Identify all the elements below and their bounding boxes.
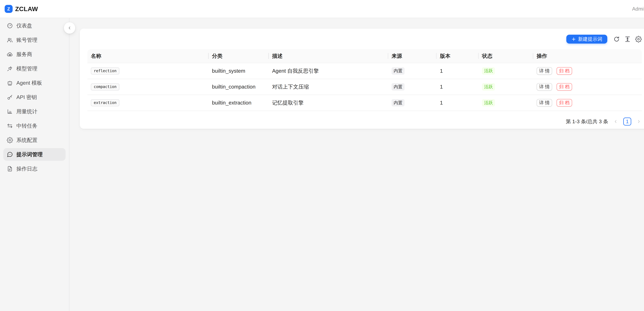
- detail-button[interactable]: 详 情: [536, 83, 552, 91]
- column-height-icon[interactable]: [624, 36, 631, 43]
- column-header-category: 分类: [209, 49, 269, 63]
- source-badge: 内置: [392, 67, 404, 75]
- pagination-next-button[interactable]: [636, 119, 642, 125]
- toolbar: 新建提示词: [88, 35, 642, 44]
- swap-icon: [7, 123, 13, 129]
- prompt-category: builtin_extraction: [212, 100, 252, 106]
- sidebar-item[interactable]: Agent 模板: [3, 77, 66, 89]
- prompt-version: 1: [440, 84, 443, 90]
- sidebar-item-label: 仪表盘: [16, 22, 32, 29]
- pagination-total: 第 1-3 条/总共 3 条: [566, 118, 608, 125]
- table-header-row: 名称 分类 描述 来源 版本 状态 操作: [88, 49, 642, 63]
- sidebar-item[interactable]: 系统配置: [3, 134, 66, 146]
- sidebar-item[interactable]: 操作日志: [3, 162, 66, 175]
- status-badge: 活跃: [482, 83, 495, 91]
- prompt-category: builtin_compaction: [212, 84, 256, 90]
- sidebar-item[interactable]: 仪表盘: [3, 19, 66, 32]
- sidebar-item[interactable]: 中转任务: [3, 120, 66, 132]
- column-header-source: 来源: [388, 49, 437, 63]
- sidebar-item-label: 模型管理: [16, 65, 37, 72]
- team-icon: [7, 37, 13, 43]
- sidebar-item[interactable]: 模型管理: [3, 62, 66, 75]
- prompt-category: builtin_system: [212, 68, 245, 74]
- sidebar-item[interactable]: 账号管理: [3, 34, 66, 46]
- prompt-version: 1: [440, 68, 443, 74]
- sidebar-item[interactable]: 用量统计: [3, 105, 66, 118]
- sidebar-item-label: 系统配置: [16, 137, 37, 144]
- dashboard-icon: [7, 23, 13, 29]
- column-header-description: 描述: [269, 49, 388, 63]
- reload-icon[interactable]: [613, 36, 620, 43]
- brand-logo: Z: [5, 5, 12, 13]
- prompt-name-tag: reflection: [91, 67, 120, 75]
- pagination-prev-button[interactable]: [613, 119, 619, 125]
- sidebar-item[interactable]: 服务商: [3, 48, 66, 61]
- chevron-left-icon: [613, 119, 618, 124]
- new-prompt-button[interactable]: 新建提示词: [566, 35, 607, 44]
- sidebar-item-label: 提示词管理: [16, 151, 43, 158]
- bar-chart-icon: [7, 108, 13, 115]
- robot-icon: [7, 80, 13, 86]
- setting-icon[interactable]: [635, 36, 642, 43]
- sidebar-item-label: Agent 模板: [16, 79, 42, 87]
- sidebar: 仪表盘 账号管理 服务商 模型管理 Agent 模板 API 密钥 用量统计: [0, 18, 70, 311]
- api-icon: [7, 66, 13, 72]
- table-row: reflection builtin_system Agent 自我反思引擎 内…: [88, 63, 642, 79]
- pagination-page-1[interactable]: 1: [623, 118, 631, 126]
- source-badge: 内置: [392, 99, 404, 106]
- column-header-actions: 操作: [533, 49, 642, 63]
- brand-name: ZCLAW: [15, 5, 38, 13]
- brand-logo-letter: Z: [7, 6, 10, 12]
- prompt-name-tag: compaction: [91, 83, 120, 91]
- chevron-right-icon: [636, 119, 641, 124]
- detail-button[interactable]: 详 情: [536, 67, 552, 75]
- status-badge: 活跃: [482, 67, 495, 75]
- archive-button[interactable]: 归 档: [556, 83, 572, 91]
- setting-icon: [7, 137, 13, 143]
- prompt-table-card: 新建提示词 名称 分类 描述 来源 版本 状: [80, 29, 644, 129]
- prompt-name-tag: extraction: [91, 99, 120, 106]
- prompt-description: 对话上下文压缩: [272, 84, 309, 90]
- sidebar-item-label: API 密钥: [16, 94, 37, 101]
- prompt-table: 名称 分类 描述 来源 版本 状态 操作 reflection builtin_…: [88, 49, 642, 111]
- user-menu[interactable]: Admin: [632, 6, 644, 12]
- message-icon: [7, 151, 13, 158]
- chevron-left-icon: [67, 26, 72, 30]
- sidebar-item-label: 服务商: [16, 51, 32, 58]
- prompt-description: 记忆提取引擎: [272, 100, 304, 106]
- prompt-description: Agent 自我反思引擎: [272, 68, 319, 74]
- key-icon: [7, 94, 13, 100]
- cloud-server-icon: [7, 51, 13, 58]
- column-header-version: 版本: [436, 49, 478, 63]
- prompt-version: 1: [440, 100, 443, 106]
- table-row: extraction builtin_extraction 记忆提取引擎 内置 …: [88, 95, 642, 111]
- sidebar-item[interactable]: API 密钥: [3, 91, 66, 104]
- file-text-icon: [7, 166, 13, 172]
- topbar: Z ZCLAW Admin: [0, 0, 644, 18]
- archive-button[interactable]: 归 档: [556, 67, 572, 75]
- sidebar-item-label: 用量统计: [16, 108, 37, 115]
- pagination: 第 1-3 条/总共 3 条 1: [88, 117, 642, 126]
- table-row: compaction builtin_compaction 对话上下文压缩 内置…: [88, 79, 642, 95]
- sidebar-item-label: 中转任务: [16, 122, 37, 129]
- archive-button[interactable]: 归 档: [556, 99, 572, 107]
- column-header-name: 名称: [88, 49, 208, 63]
- sidebar-item[interactable]: 提示词管理: [3, 148, 66, 161]
- new-prompt-button-label: 新建提示词: [578, 36, 602, 42]
- column-header-status: 状态: [478, 49, 533, 63]
- sidebar-collapse-button[interactable]: [64, 22, 75, 34]
- status-badge: 活跃: [482, 99, 495, 106]
- sidebar-item-label: 账号管理: [16, 37, 37, 44]
- detail-button[interactable]: 详 情: [536, 99, 552, 107]
- plus-icon: [571, 37, 576, 42]
- sidebar-item-label: 操作日志: [16, 165, 37, 172]
- source-badge: 内置: [392, 83, 404, 91]
